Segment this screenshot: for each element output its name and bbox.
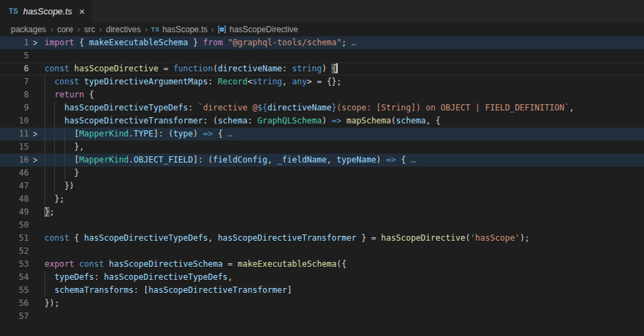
code-text: schemaTransforms: [hasScopeDirectiveTran…: [45, 284, 292, 297]
code-line-52[interactable]: 52: [0, 245, 644, 258]
line-number: 6: [0, 62, 29, 75]
code-editor[interactable]: 1>import { makeExecutableSchema } from "…: [0, 36, 644, 336]
code-line-56[interactable]: 56});: [0, 297, 644, 310]
chevron-right-icon: ›: [208, 25, 217, 34]
line-number: 5: [0, 49, 29, 62]
code-line-46[interactable]: 46 }: [0, 167, 644, 180]
code-text: }): [45, 180, 74, 193]
code-text: hasScopeDirectiveTypeDefs: `directive @$…: [45, 101, 574, 115]
line-number: 50: [0, 219, 29, 232]
line-number: 46: [0, 167, 29, 180]
code-line-6[interactable]: 6const hasScopeDirective = function(dire…: [0, 62, 644, 75]
code-line-9[interactable]: 9 hasScopeDirectiveTypeDefs: `directive …: [0, 101, 644, 115]
code-line-8[interactable]: 8 return {: [0, 88, 644, 101]
line-number: 55: [0, 284, 29, 297]
line-number: 49: [0, 206, 29, 219]
fold-chevron-icon[interactable]: >: [33, 126, 38, 143]
chevron-right-icon: ›: [74, 25, 84, 34]
line-number: 52: [0, 245, 29, 258]
typescript-icon: TS: [9, 8, 18, 15]
fold-chevron-icon[interactable]: >: [33, 35, 38, 51]
line-number: 11: [0, 128, 29, 141]
code-line-7[interactable]: 7 const typeDirectiveArgumentMaps: Recor…: [0, 75, 644, 88]
code-text: [MapperKind.TYPE]: (type) => { …: [45, 128, 233, 141]
code-text: });: [45, 297, 60, 310]
breadcrumb-file[interactable]: TS hasScope.ts: [151, 25, 208, 34]
code-text: const { hasScopeDirectiveTypeDefs, hasSc…: [45, 232, 530, 245]
code-text: [MapperKind.OBJECT_FIELD]: (fieldConfig,…: [45, 154, 416, 167]
code-line-50[interactable]: 50: [0, 219, 644, 232]
chevron-right-icon: ›: [96, 25, 106, 34]
code-line-57[interactable]: 57: [0, 310, 644, 323]
typescript-icon: TS: [151, 26, 160, 33]
line-number: 16: [0, 154, 29, 167]
chevron-right-icon: ›: [47, 25, 56, 34]
line-number: 51: [0, 232, 29, 245]
line-number: 15: [0, 141, 29, 154]
line-number: 7: [0, 75, 29, 88]
breadcrumb: packages › core › src › directives › TS …: [0, 23, 644, 36]
symbol-constant-icon: [217, 25, 227, 34]
breadcrumb-packages[interactable]: packages: [10, 25, 47, 34]
code-text: }: [45, 167, 79, 180]
code-line-47[interactable]: 47 }): [0, 180, 644, 193]
breadcrumb-core[interactable]: core: [56, 25, 73, 34]
line-number: 8: [0, 88, 29, 101]
code-text: hasScopeDirectiveTransformer: (schema: G…: [45, 115, 441, 128]
text-cursor: [336, 63, 338, 73]
code-text: };: [45, 193, 64, 206]
fold-chevron-icon[interactable]: >: [33, 152, 38, 169]
code-line-5[interactable]: 5: [0, 49, 644, 62]
code-text: export const hasScopeDirectiveSchema = m…: [45, 258, 347, 271]
code-text: const typeDirectiveArgumentMaps: Record<…: [45, 75, 342, 88]
tab-title: hasScope.ts: [23, 6, 73, 16]
code-line-48[interactable]: 48 };: [0, 193, 644, 206]
breadcrumb-symbol-label: hasScopeDirective: [230, 25, 298, 34]
code-text: },: [45, 141, 84, 154]
chevron-right-icon: ›: [141, 25, 151, 34]
line-number: 56: [0, 297, 29, 310]
code-line-10[interactable]: 10 hasScopeDirectiveTransformer: (schema…: [0, 115, 644, 128]
code-text: };: [45, 206, 54, 219]
line-number: 54: [0, 271, 29, 284]
line-number: 53: [0, 258, 29, 271]
code-line-55[interactable]: 55 schemaTransforms: [hasScopeDirectiveT…: [0, 284, 644, 297]
close-icon[interactable]: ×: [79, 6, 85, 16]
breadcrumb-file-label: hasScope.ts: [162, 25, 208, 34]
code-line-53[interactable]: 53export const hasScopeDirectiveSchema =…: [0, 258, 644, 271]
line-number: 10: [0, 115, 29, 128]
code-line-54[interactable]: 54 typeDefs: hasScopeDirectiveTypeDefs,: [0, 271, 644, 284]
code-line-16[interactable]: 16> [MapperKind.OBJECT_FIELD]: (fieldCon…: [0, 154, 644, 167]
code-text: const hasScopeDirective = function(direc…: [45, 62, 338, 75]
code-line-49[interactable]: 49};: [0, 206, 644, 219]
line-number: 57: [0, 310, 29, 323]
line-number: 1: [0, 36, 29, 49]
code-line-51[interactable]: 51const { hasScopeDirectiveTypeDefs, has…: [0, 232, 644, 245]
breadcrumb-symbol[interactable]: hasScopeDirective: [217, 25, 298, 34]
tab-hasscope[interactable]: TS hasScope.ts ×: [0, 0, 92, 23]
line-number: 48: [0, 193, 29, 206]
tab-bar: TS hasScope.ts ×: [0, 0, 644, 23]
code-text: typeDefs: hasScopeDirectiveTypeDefs,: [45, 271, 233, 284]
code-line-15[interactable]: 15 },: [0, 141, 644, 154]
line-number: 47: [0, 180, 29, 193]
code-text: return {: [45, 88, 94, 101]
code-line-11[interactable]: 11> [MapperKind.TYPE]: (type) => { …: [0, 128, 644, 141]
code-text: import { makeExecutableSchema } from "@g…: [45, 36, 356, 49]
breadcrumb-directives[interactable]: directives: [106, 25, 142, 34]
line-number: 9: [0, 101, 29, 115]
breadcrumb-src[interactable]: src: [84, 25, 96, 34]
code-line-1[interactable]: 1>import { makeExecutableSchema } from "…: [0, 36, 644, 49]
